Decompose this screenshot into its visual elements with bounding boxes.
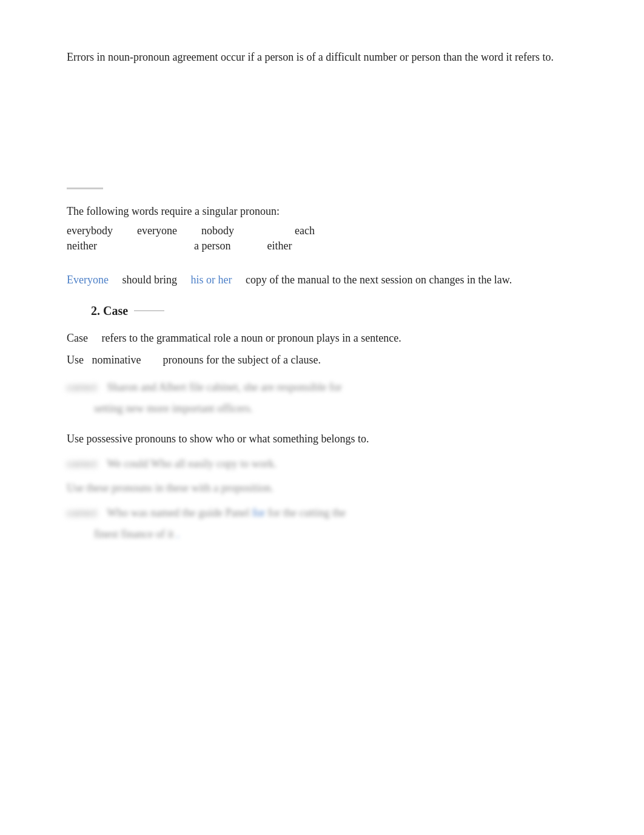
word-everybody: everybody: [67, 225, 113, 237]
word-everyone: everyone: [137, 225, 177, 237]
singular-section: The following words require a singular p…: [67, 201, 577, 252]
example-sentence: Everyone should bring his or her copy of…: [67, 271, 577, 289]
example-verb-phrase: should bring: [122, 274, 177, 286]
blurred-example-2: correct We could Who all easily copy to …: [67, 455, 577, 473]
blurred-line-3a: correct Who was named the guide Panel fo…: [67, 504, 577, 522]
word-list-row2: neither a person either: [67, 240, 577, 252]
blurred-text-1a: Sharon and Albert file cabinet, she are …: [107, 381, 341, 393]
blurred-text-2: We could Who all easily copy to work.: [107, 458, 277, 470]
blurred-text-3a: Who was named the guide Panel for for th…: [107, 507, 346, 519]
case-heading-text: 2. Case: [91, 304, 128, 318]
blurred-line-1b: setting new more important officers.: [67, 399, 577, 418]
case-nominative: nominative: [92, 354, 141, 366]
blurred-example-3: correct Who was named the guide Panel fo…: [67, 504, 577, 543]
case-para1: Case refers to the grammatical role a no…: [67, 329, 577, 348]
word-list-row1: everybody everyone nobody each: [67, 225, 577, 237]
word-nobody: nobody: [201, 225, 234, 237]
possessive-para: Use possessive pronouns to show who or w…: [67, 430, 577, 448]
intro-paragraph: Errors in noun-pronoun agreement occur i…: [67, 49, 577, 66]
case-para2: Use nominative pronouns for the subject …: [67, 351, 577, 370]
case-para2-label: Use: [67, 354, 84, 366]
blurred-line-1: correct Sharon and Albert file cabinet, …: [67, 378, 577, 397]
blurred-label-1: correct: [67, 378, 97, 397]
heading-underline: [134, 310, 164, 311]
word-either: either: [267, 240, 292, 252]
case-heading: 2. Case: [91, 304, 577, 318]
word-each: each: [295, 225, 315, 237]
blurred-line-2: correct We could Who all easily copy to …: [67, 455, 577, 473]
blurred-label-2: correct: [67, 455, 97, 473]
blurred-example-1: correct Sharon and Albert file cabinet, …: [67, 378, 577, 418]
example-rest: copy of the manual to the next session o…: [246, 274, 512, 286]
blurred-line-3b: finest finance of it .: [67, 525, 577, 544]
blurred-text-1b: setting new more important officers.: [67, 402, 253, 414]
case-para1-label: Case: [67, 332, 88, 344]
section-divider: [67, 188, 103, 189]
example-subject: Everyone: [67, 274, 109, 286]
blurred-label-3: correct: [67, 504, 97, 522]
case-para1-rest: refers to the grammatical role a noun or…: [102, 332, 401, 344]
case-section: Case refers to the grammatical role a no…: [67, 329, 577, 543]
word-a-person: a person: [194, 240, 230, 252]
blurred-note: Use these pronouns in these with a propo…: [67, 479, 577, 498]
word-neither: neither: [67, 240, 97, 252]
example-pronoun: his or her: [190, 274, 232, 286]
case-para2-rest: pronouns for the subject of a clause.: [163, 354, 320, 366]
blurred-text-3b: finest finance of it .: [67, 528, 179, 540]
singular-intro: The following words require a singular p…: [67, 201, 577, 221]
